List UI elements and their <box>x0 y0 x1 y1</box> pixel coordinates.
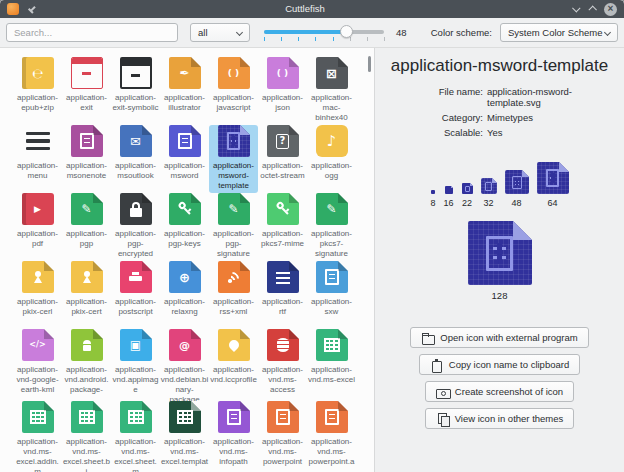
copy-icon-name-to-clipboard-button[interactable]: Copy icon name to clipboard <box>419 354 580 375</box>
pages-icon <box>436 413 449 425</box>
file-icon: ✉ <box>120 125 152 157</box>
icon-grid-cell[interactable]: application-msonenote <box>62 125 111 193</box>
icon-size-slider[interactable] <box>264 23 384 42</box>
icon-grid-cell[interactable]: ✎application-pgp-signature <box>209 193 258 261</box>
icon-grid-cell[interactable]: </>application-vnd-google-earth-kml <box>13 329 62 401</box>
icon-grid-cell[interactable]: ✒application-illustrator <box>160 57 209 125</box>
icon-grid-cell[interactable]: application-pkix-cert <box>62 261 111 329</box>
glyph-✎: ✎ <box>81 203 91 215</box>
icon-grid-cell[interactable]: application-vnd.ms-excel.addin.m <box>13 401 62 472</box>
preview-size-label: 48 <box>512 198 522 208</box>
icon-grid-cell[interactable]: application-exit-symbolic <box>111 57 160 125</box>
icon-grid-cell[interactable]: application-vnd.ms-excel.sheet.bi <box>62 401 111 472</box>
icon-grid-cell[interactable]: application-rtf <box>258 261 307 329</box>
icon-label: application-pgp-keys <box>161 229 209 249</box>
icon-grid-cell[interactable]: application-vnd.ms-access <box>258 329 307 401</box>
corner-fold <box>338 193 348 203</box>
view-icon-in-other-themes-button[interactable]: View icon in other themes <box>425 408 575 429</box>
icon-grid-cell[interactable]: application-vnd.ms-excel.sheet.m <box>111 401 160 472</box>
icon-label: application-pgp-encrypted <box>112 229 160 259</box>
file-icon: @ <box>169 329 201 361</box>
icon-label: application-pkix-cerl <box>14 297 62 317</box>
icon-grid-cell[interactable]: ( )application-json <box>258 57 307 125</box>
icon-label: application-vnd.iccprofile <box>210 365 258 385</box>
icon-grid-cell[interactable]: ✎application-pkcs7-signature <box>307 193 356 261</box>
window-titlebar-glyph <box>72 58 102 64</box>
icon-grid-cell[interactable]: application-msword-template <box>209 125 258 193</box>
glyph-✉: ✉ <box>130 135 141 148</box>
file-icon <box>71 401 103 433</box>
icon-label: application-vnd.debian.binary-package <box>161 365 209 405</box>
icon-label: application-msoutlook <box>112 161 160 181</box>
icon-grid-cell[interactable]: ?application-octet-stream <box>258 125 307 193</box>
icon-grid-cell[interactable]: @application-vnd.debian.binary-package <box>160 329 209 401</box>
icon-grid-cell[interactable]: application-vnd.ms-infopath <box>209 401 258 472</box>
category-dropdown[interactable]: all <box>190 23 250 42</box>
document-glyph <box>546 169 559 187</box>
icon-grid-cell[interactable]: ⊠application-mac-binhex40 <box>307 57 356 125</box>
color-scheme-dropdown[interactable]: System Color Scheme <box>500 23 618 42</box>
icon-grid-cell[interactable]: application-menu <box>13 125 62 193</box>
icon-grid-cell[interactable]: application-pkix-cerl <box>13 261 62 329</box>
keyhole-icon <box>83 271 91 283</box>
cuttlefish-window: Cuttlefish × all 48 Color scheme: System… <box>0 0 624 472</box>
icon-grid-cell[interactable]: application-rss+xml <box>209 261 258 329</box>
icon-grid-cell[interactable]: application-pkcs7-mime <box>258 193 307 261</box>
close-icon[interactable]: × <box>604 3 617 16</box>
slider-handle[interactable] <box>340 25 353 38</box>
icon-grid-cell[interactable]: application-vnd.ms-excel <box>307 329 356 401</box>
icon-grid-cell[interactable]: ▣application-vnd.appimage <box>111 329 160 401</box>
corner-fold <box>240 261 250 271</box>
rss-icon <box>227 271 240 284</box>
icon-label: application-vnd.android.package- <box>63 365 111 395</box>
minimize-icon[interactable] <box>572 4 580 12</box>
file-icon <box>316 329 348 361</box>
size-preview: 32 <box>481 178 497 208</box>
icon-label: application-vnd.ms-excel.sheet.bi <box>63 437 111 472</box>
icon-grid-cell[interactable]: application-msword <box>160 125 209 193</box>
icon-grid-cell[interactable]: application-pgp-encrypted <box>111 193 160 261</box>
icon-grid-cell[interactable]: application-exit <box>62 57 111 125</box>
corner-fold <box>93 125 103 135</box>
spreadsheet-glyph <box>30 410 46 424</box>
size-preview: 64 <box>537 162 569 208</box>
icon-label: application-epub+zip <box>14 93 62 113</box>
icon-grid-cell[interactable]: ℮application-epub+zip <box>13 57 62 125</box>
slider-tick <box>384 37 385 41</box>
icon-grid-cell[interactable]: application-vnd.android.package- <box>62 329 111 401</box>
search-input[interactable] <box>6 23 178 42</box>
document-glyph <box>227 409 241 425</box>
database-icon <box>277 338 289 352</box>
icon-grid-cell[interactable]: application-vnd.ms-powerpoint <box>258 401 307 472</box>
icon-grid-cell[interactable]: application-pgp-keys <box>160 193 209 261</box>
preview-size-label-128: 128 <box>492 290 508 301</box>
icon-grid-cell[interactable]: ⊕application-relaxng <box>160 261 209 329</box>
icon-grid-cell[interactable]: application-postscript <box>111 261 160 329</box>
open-icon-with-external-program-button[interactable]: Open icon with external program <box>410 327 588 348</box>
maximize-icon[interactable] <box>588 5 596 13</box>
grid-scrollbar[interactable] <box>368 56 371 72</box>
icon-label: application-msword-template <box>210 161 258 191</box>
icon-grid-cell[interactable]: application-vnd.ms-powerpoint.a <box>307 401 356 472</box>
preview-icon-32 <box>481 178 497 194</box>
corner-fold <box>240 57 250 67</box>
pin-icon[interactable] <box>25 3 38 16</box>
icon-grid-cell[interactable]: ( )application-javascript <box>209 57 258 125</box>
file-icon <box>169 401 201 433</box>
icon-grid-cell[interactable]: application-sxw <box>307 261 356 329</box>
icon-grid-cell[interactable]: ✎application-pgp <box>62 193 111 261</box>
icon-grid-cell[interactable]: ♪application-ogg <box>307 125 356 193</box>
corner-fold <box>142 125 152 135</box>
icon-label: application-pgp-signature <box>210 229 258 259</box>
icon-grid-cell[interactable]: application-vnd.ms-excel.templat <box>160 401 209 472</box>
icon-label: application-pdf <box>14 229 62 249</box>
icon-grid-cell[interactable]: ✉application-msoutlook <box>111 125 160 193</box>
icon-label: application-json <box>259 93 307 113</box>
icon-label: application-vnd.ms-excel.sheet.m <box>112 437 160 472</box>
icon-grid-cell[interactable]: application-vnd.iccprofile <box>209 329 258 401</box>
create-screenshot-of-icon-button[interactable]: Create screenshot of icon <box>425 381 574 402</box>
glyph-( ): ( ) <box>277 69 288 78</box>
document-glyph <box>80 133 94 149</box>
icon-label: application-sxw <box>308 297 356 317</box>
icon-grid-cell[interactable]: ▶application-pdf <box>13 193 62 261</box>
